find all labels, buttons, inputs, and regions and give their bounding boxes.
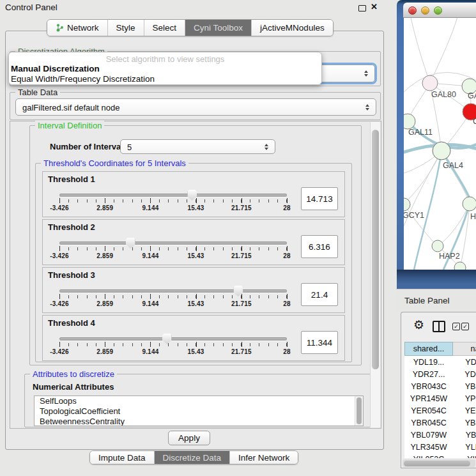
tab-jactivemnodules[interactable]: jActiveMNodules bbox=[251, 20, 333, 36]
slider-track[interactable] bbox=[59, 242, 287, 245]
top-tab-bar: Network Style Select Cyni Toolbox jActiv… bbox=[47, 19, 334, 36]
scale-label: 2.859 bbox=[96, 348, 113, 355]
bottom-tab-bar: Impute Data Discretize Data Infer Networ… bbox=[89, 450, 298, 464]
popup-item-equal-width-frequency[interactable]: Equal Width/Frequency Discretization bbox=[9, 74, 321, 84]
tab-label: Style bbox=[116, 23, 135, 33]
network-canvas[interactable]: GAL80 GA C GAL11 GAL4 GCY1 H HAP2 bbox=[404, 18, 476, 270]
table-data-combobox[interactable]: galFiltered.sif default node bbox=[15, 98, 376, 116]
scale-label: -3.426 bbox=[50, 252, 69, 259]
vertical-scrollbar[interactable] bbox=[370, 122, 380, 427]
scale-label: 9.144 bbox=[142, 252, 158, 259]
network-icon bbox=[56, 24, 64, 32]
mac-close-button[interactable] bbox=[408, 6, 417, 15]
table-row[interactable]: YPR145WYPR1 bbox=[404, 392, 476, 404]
algorithm-dropdown-popup: Select algorithm to view settings Manual… bbox=[8, 52, 322, 85]
checkbox-icon[interactable]: ✓ bbox=[452, 323, 460, 330]
tab-label: Cyni Toolbox bbox=[194, 23, 243, 33]
tab-style[interactable]: Style bbox=[107, 20, 144, 36]
checkbox-icon[interactable]: ✓ bbox=[461, 323, 469, 330]
tab-select[interactable]: Select bbox=[144, 20, 185, 36]
number-of-intervals-combobox[interactable]: 5 bbox=[120, 139, 275, 154]
tab-label: Discretize Data bbox=[163, 453, 222, 463]
mac-minimize-button[interactable] bbox=[421, 6, 429, 15]
column-header-shared-name[interactable]: shared... bbox=[404, 342, 453, 356]
table-row[interactable]: YDL19...YDL1 bbox=[404, 356, 476, 368]
tab-discretize-data[interactable]: Discretize Data bbox=[154, 451, 230, 464]
horizontal-scrollbar[interactable] bbox=[403, 459, 475, 467]
tab-label: Infer Network bbox=[238, 453, 289, 463]
threshold-1-panel: Threshold 1 -3.426 2.859 9.144 15.43 bbox=[42, 171, 345, 217]
number-of-intervals-label: Number of Intervals bbox=[50, 142, 128, 151]
combo-arrows-icon bbox=[364, 70, 368, 77]
node-hap2[interactable] bbox=[432, 240, 443, 252]
table-row[interactable]: YDR27...YDR2 bbox=[404, 368, 476, 380]
scale-label: 9.144 bbox=[142, 348, 158, 355]
threshold-4-value-field[interactable] bbox=[301, 331, 338, 354]
tab-impute-data[interactable]: Impute Data bbox=[90, 451, 154, 464]
list-scrollbar[interactable] bbox=[355, 396, 363, 426]
table-row[interactable]: YIL052CYIL0 bbox=[404, 453, 476, 458]
control-panel: Control Panel ✕ Network Style Select Cyn… bbox=[0, 0, 396, 476]
slider-ticks bbox=[59, 199, 287, 203]
list-item[interactable]: SelfLoops bbox=[35, 396, 363, 406]
scale-label: 15.43 bbox=[188, 348, 204, 355]
slider-ticks bbox=[59, 247, 287, 250]
threshold-label: Threshold 3 bbox=[48, 270, 95, 280]
threshold-1-slider: -3.426 2.859 9.144 15.43 21.715 28 bbox=[59, 190, 287, 215]
table-row[interactable]: YLR345WYLR3 bbox=[404, 441, 476, 453]
node-label-cut: GA bbox=[468, 91, 476, 100]
node-label-gal11: GAL11 bbox=[408, 128, 433, 137]
tab-network[interactable]: Network bbox=[47, 20, 107, 36]
node-label-cut: C bbox=[473, 117, 476, 126]
scrollbar-thumb[interactable] bbox=[404, 461, 470, 466]
threshold-1-value-field[interactable] bbox=[301, 187, 338, 210]
network-window-titlebar bbox=[403, 3, 476, 18]
node-h[interactable] bbox=[463, 197, 476, 211]
tab-cyni-toolbox[interactable]: Cyni Toolbox bbox=[185, 20, 251, 36]
slider-track[interactable] bbox=[59, 337, 287, 341]
table-body: YDL19...YDL1 YDR27...YDR2 YBR043CYBR0 YP… bbox=[404, 356, 476, 458]
float-window-icon[interactable] bbox=[358, 5, 366, 12]
split-columns-icon[interactable] bbox=[433, 321, 445, 332]
slider-track[interactable] bbox=[59, 289, 287, 293]
window-frame-shadow bbox=[397, 270, 476, 289]
table-row[interactable]: YBR045CYBR0 bbox=[404, 417, 476, 429]
list-item[interactable]: TopologicalCoefficient bbox=[35, 406, 363, 417]
threshold-2-panel: Threshold 2 -3.426 2.859 9.144 15.43 bbox=[42, 219, 345, 265]
column-header-name[interactable]: na bbox=[453, 342, 476, 356]
gear-icon[interactable]: ⚙ bbox=[413, 319, 424, 331]
tab-label: Network bbox=[67, 23, 99, 33]
threshold-3-panel: Threshold 3 -3.426 2.859 9.144 15.43 bbox=[42, 267, 345, 313]
group-title: Threshold's Coordinates for 5 Intervals bbox=[41, 158, 188, 168]
node-gcy1[interactable] bbox=[404, 198, 410, 211]
node-label-gal80: GAL80 bbox=[431, 90, 456, 99]
scrollbar-thumb[interactable] bbox=[372, 130, 379, 369]
popup-item-manual-discretization[interactable]: Manual Discretization bbox=[9, 64, 321, 74]
node-label-gcy1: GCY1 bbox=[404, 211, 424, 220]
threshold-2-value-field[interactable] bbox=[301, 235, 338, 258]
close-icon[interactable]: ✕ bbox=[371, 2, 378, 12]
table-row[interactable]: YBR043CYBR0 bbox=[404, 380, 476, 392]
slider-ticks bbox=[59, 295, 287, 298]
slider-track[interactable] bbox=[59, 194, 287, 197]
scrollbar-thumb[interactable] bbox=[357, 397, 362, 424]
table-row[interactable]: YBL079WYBL0 bbox=[404, 429, 476, 441]
scale-label: 21.715 bbox=[231, 348, 252, 355]
table-row[interactable]: YER054CYER0 bbox=[404, 404, 476, 417]
control-panel-titlebar: Control Panel ✕ bbox=[0, 0, 396, 15]
threshold-3-slider: -3.426 2.859 9.144 15.43 21.715 28 bbox=[59, 286, 287, 311]
list-item[interactable]: BetweennessCentrality bbox=[35, 417, 363, 426]
node-gal80[interactable] bbox=[422, 75, 438, 91]
interval-definition-group: Interval Definition Number of Intervals … bbox=[29, 125, 362, 365]
apply-button[interactable]: Apply bbox=[168, 431, 210, 445]
mac-zoom-button[interactable] bbox=[434, 6, 442, 15]
tab-label: Select bbox=[153, 23, 177, 33]
scale-label: 28 bbox=[283, 204, 291, 211]
node-gal4[interactable] bbox=[433, 142, 450, 160]
settings-scroll-area: Interval Definition Number of Intervals … bbox=[10, 121, 381, 429]
threshold-3-value-field[interactable] bbox=[301, 283, 338, 306]
thresholds-coordinates-group: Threshold's Coordinates for 5 Intervals … bbox=[35, 163, 352, 362]
group-title: Interval Definition bbox=[35, 121, 104, 130]
tab-infer-network[interactable]: Infer Network bbox=[229, 451, 298, 464]
scale-label: 28 bbox=[283, 300, 291, 307]
